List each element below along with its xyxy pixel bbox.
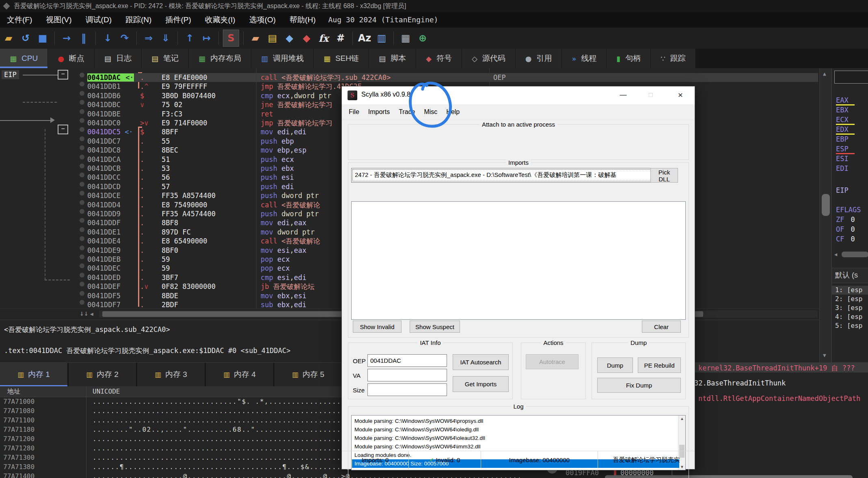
register-esi[interactable]: ESI — [836, 155, 849, 163]
memory-tab-dump-3[interactable]: ▥内存 3 — [137, 363, 205, 386]
maximize-button[interactable]: □ — [643, 89, 659, 101]
step-into-button[interactable]: ↓ — [100, 30, 115, 46]
menu-item-favourites[interactable]: 收藏夹(I) — [198, 12, 242, 28]
breakpoint-dot[interactable] — [80, 218, 84, 223]
collapse-box[interactable]: − — [58, 70, 68, 80]
pe-rebuild-button[interactable]: PE Rebuild — [638, 357, 681, 373]
breakpoint-dot[interactable] — [80, 254, 84, 259]
breakpoint-dot[interactable] — [80, 109, 84, 114]
breakpoint-dot[interactable] — [80, 191, 84, 196]
log-line[interactable]: Module parsing: C:\Windows\SysWOW64\olea… — [352, 434, 679, 442]
disasm-vscrollbar[interactable]: ▲ ▼ — [819, 68, 832, 362]
breakpoint-dot[interactable] — [80, 209, 84, 214]
va-input[interactable] — [367, 369, 447, 381]
breakpoint-dot[interactable] — [80, 82, 84, 86]
log-line[interactable]: Module parsing: C:\Windows\SysWOW64\prop… — [352, 417, 679, 425]
breakpoint-dot[interactable] — [80, 182, 84, 187]
stack-arg-row[interactable]: 1: [esp — [832, 286, 868, 295]
log-line[interactable]: Module parsing: C:\Windows\SysWOW64\oled… — [352, 425, 679, 434]
breakpoint-dot[interactable] — [80, 236, 84, 241]
autotrace-button[interactable]: Autotrace — [526, 354, 579, 369]
tab-trace[interactable]: ∵跟踪 — [651, 49, 695, 68]
dialog-menu-misc[interactable]: Misc — [419, 104, 442, 120]
mnemonic-help-button[interactable]: ⊕ — [415, 30, 430, 46]
register-eflags-label[interactable]: EFLAGS — [836, 206, 861, 214]
breakpoint-dot[interactable] — [80, 227, 84, 232]
dialog-menu-trace[interactable]: Trace — [394, 104, 419, 120]
flag-cf[interactable]: CF0 — [836, 235, 855, 243]
column-address[interactable]: 地址 — [7, 386, 20, 397]
stack-comment[interactable]: ntdll.RtlGetAppContainerNamedObjectPath — [698, 394, 860, 403]
run-to-user-code-button[interactable]: ⇒ — [141, 30, 156, 46]
memory-tab-dump-5[interactable]: ▥内存 5 — [274, 363, 342, 386]
register-edx[interactable]: EDX — [836, 125, 849, 133]
step-out-button[interactable]: ⇓ — [158, 30, 173, 46]
menu-item-trace[interactable]: 跟踪(N) — [119, 12, 158, 28]
breakpoint-dot[interactable] — [80, 200, 84, 205]
menu-item-view[interactable]: 视图(V) — [39, 12, 78, 28]
breakpoint-dot[interactable] — [80, 155, 84, 159]
tab-cpu[interactable]: ▦CPU — [0, 49, 48, 68]
patch-button[interactable]: ▰ — [248, 30, 263, 46]
breakpoint-dot[interactable] — [80, 118, 84, 123]
tab-threads[interactable]: »线程 — [562, 49, 607, 68]
scroll-up-icon[interactable]: ▲ — [680, 416, 684, 421]
breakpoint-dot[interactable] — [80, 263, 84, 268]
comments-button[interactable]: ▤ — [265, 30, 280, 46]
stack-arg-row[interactable]: 4: [esp — [832, 312, 868, 321]
menu-item-debug[interactable]: 调试(D) — [79, 12, 119, 28]
memory-tab-dump-4[interactable]: ▥内存 4 — [206, 363, 273, 386]
registers-panel[interactable]: EAXEBXECXEDXEBPESPESIEDI EIP EFLAGS ZF0O… — [831, 68, 868, 362]
tab-source[interactable]: ◇源代码 — [462, 49, 516, 68]
tab-handles[interactable]: ▮句柄 — [607, 49, 651, 68]
disasm-row[interactable]: 0041DDAC <·.E8 EF4E0000call <吾爱破解论坛学习.su… — [87, 73, 818, 82]
scroll-left-icon[interactable]: ◀ — [834, 252, 837, 257]
register-edi[interactable]: EDI — [836, 164, 849, 172]
tab-log[interactable]: ▤日志 — [95, 49, 142, 68]
stop-button[interactable]: ■ — [35, 30, 50, 46]
tab-references[interactable]: ●引用 — [516, 49, 562, 68]
menu-item-help[interactable]: 帮助(H) — [283, 12, 322, 28]
stack-comment[interactable]: 32.BaseThreadInitThunk — [694, 379, 786, 387]
dialog-menu-file[interactable]: File — [344, 104, 364, 120]
breakpoint-dot[interactable] — [80, 245, 84, 250]
scroll-thumb[interactable] — [842, 252, 868, 257]
log-line[interactable]: Module parsing: C:\Windows\SysWOW64\imm3… — [352, 442, 679, 451]
clear-button[interactable]: Clear — [642, 321, 681, 333]
scroll-up-icon[interactable]: ▲ — [823, 71, 826, 77]
breakpoint-dot[interactable] — [80, 282, 84, 286]
dialog-menu-help[interactable]: Help — [442, 104, 464, 120]
breakpoint-dot[interactable] — [80, 300, 84, 305]
breakpoint-dot[interactable] — [80, 91, 84, 96]
pause-button[interactable]: ‖ — [76, 30, 91, 46]
restart-button[interactable]: ↺ — [18, 30, 33, 46]
tab-script[interactable]: ▤脚本 — [369, 49, 416, 68]
breakpoint-dot[interactable] — [80, 100, 84, 105]
show-invalid-button[interactable]: Show Invalid — [353, 321, 402, 333]
menu-item-plugins[interactable]: 插件(P) — [158, 12, 198, 28]
register-eax[interactable]: EAX — [836, 96, 849, 104]
calculator-button[interactable]: ▦ — [398, 30, 413, 46]
imports-list[interactable] — [351, 201, 686, 320]
tab-notes[interactable]: ▤笔记 — [142, 49, 189, 68]
font-setting-button[interactable]: Az — [357, 30, 372, 46]
functions-button[interactable]: fx — [316, 30, 331, 46]
show-suspect-button[interactable]: Show Suspect — [410, 321, 460, 333]
stack-arg-row[interactable]: 5: [esp — [832, 321, 868, 330]
register-search-box[interactable] — [834, 71, 868, 84]
fix-dump-button[interactable]: Fix Dump — [597, 378, 681, 393]
breakpoint-dot[interactable] — [80, 172, 84, 177]
menu-item-options[interactable]: 选项(O) — [242, 12, 283, 28]
close-button[interactable]: × — [672, 89, 689, 101]
tab-symbols[interactable]: ◆符号 — [416, 49, 462, 68]
calling-convention-select[interactable]: 默认 (s — [832, 268, 868, 283]
run-to-cursor-button[interactable]: ↦ — [199, 30, 214, 46]
breakpoint-dot[interactable] — [80, 291, 84, 296]
register-ebx[interactable]: EBX — [836, 106, 849, 114]
tab-call-stack[interactable]: ▥调用堆栈 — [251, 49, 314, 68]
column-unicode[interactable]: UNICODE — [93, 386, 120, 397]
dialog-menu-imports[interactable]: Imports — [364, 104, 394, 120]
menu-item-file[interactable]: 文件(F) — [0, 12, 39, 28]
register-eip-label[interactable]: EIP — [836, 186, 849, 194]
stack-arg-row[interactable]: 2: [esp — [832, 295, 868, 304]
